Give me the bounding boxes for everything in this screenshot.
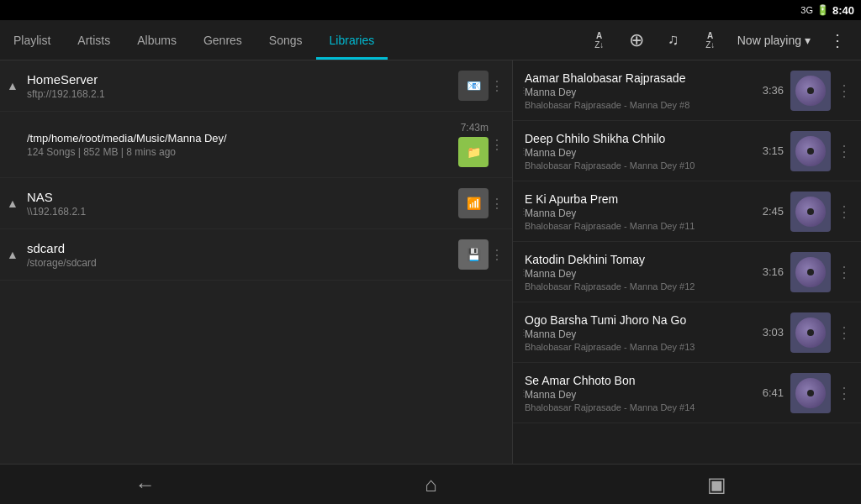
song-menu-4[interactable]: ⋮ xyxy=(834,323,854,342)
back-button[interactable]: ← xyxy=(135,473,155,496)
library-sftp-icon-homeserver[interactable]: 📧 xyxy=(458,71,489,101)
tab-albums[interactable]: Albums xyxy=(124,20,190,60)
library-menu-mannadey[interactable]: ⋮ xyxy=(489,137,505,153)
library-right-homeserver: 📧 xyxy=(458,71,489,101)
song-album-1: Bhalobasar Rajprasade - Manna Dey #10 xyxy=(525,160,763,171)
library-sub-homeserver: sftp://192.168.2.1 xyxy=(27,88,458,100)
music-note-icon[interactable]: ♫ xyxy=(657,24,690,57)
library-menu-homeserver[interactable]: ⋮ xyxy=(489,78,505,94)
song-menu-1[interactable]: ⋮ xyxy=(834,142,854,160)
song-menu-3[interactable]: ⋮ xyxy=(834,263,854,281)
song-item-4[interactable]: ⋮⋮ Ogo Barsha Tumi Jhoro Na Go Manna Dey… xyxy=(513,302,861,363)
library-item-sdcard[interactable]: ▲ sdcard /storage/sdcard 💾 ⋮ xyxy=(0,229,512,281)
song-item-3[interactable]: ⋮⋮ Katodin Dekhini Tomay Manna Dey Bhalo… xyxy=(513,242,861,302)
song-duration-5: 6:41 xyxy=(763,386,784,399)
song-album-5: Bhalobasar Rajprasade - Manna Dey #14 xyxy=(525,402,763,412)
song-info-1: Deep Chhilo Shikha Chhilo Manna Dey Bhal… xyxy=(525,132,763,171)
library-info-sdcard: sdcard /storage/sdcard xyxy=(27,241,458,269)
song-thumbnail-2 xyxy=(790,192,831,232)
library-sub-sdcard: /storage/sdcard xyxy=(27,257,458,269)
library-item-nas[interactable]: ▲ NAS \\192.168.2.1 📶 ⋮ xyxy=(0,178,512,229)
song-title-4: Ogo Barsha Tumi Jhoro Na Go xyxy=(525,313,763,327)
song-menu-5[interactable]: ⋮ xyxy=(834,384,854,402)
song-thumbnail-1 xyxy=(790,131,831,171)
song-duration-3: 3:16 xyxy=(763,265,784,278)
sort-az-button[interactable]: A Z↓ xyxy=(583,24,616,57)
song-album-2: Bhalobasar Rajprasade - Manna Dey #11 xyxy=(525,221,763,231)
battery-icon: 🔋 xyxy=(816,4,829,16)
song-artist-5: Manna Dey xyxy=(525,389,763,401)
main-content: ▲ HomeServer sftp://192.168.2.1 📧 ⋮ /tmp… xyxy=(0,60,861,464)
song-menu-0[interactable]: ⋮ xyxy=(834,81,854,100)
library-name-nas: NAS xyxy=(27,190,458,204)
recents-button[interactable]: ▣ xyxy=(707,473,726,496)
song-info-0: Aamar Bhalobasar Rajprasade Manna Dey Bh… xyxy=(525,71,763,110)
library-info-homeserver: HomeServer sftp://192.168.2.1 xyxy=(27,72,458,100)
song-title-2: E Ki Apurba Prem xyxy=(525,192,763,206)
library-info-mannadey: /tmp/home/root/media/Music/Manna Dey/ 12… xyxy=(27,132,458,158)
now-playing-chevron-icon: ▾ xyxy=(805,34,811,47)
song-item-0[interactable]: ⋮⋮ Aamar Bhalobasar Rajprasade Manna Dey… xyxy=(513,60,861,121)
now-playing-label: Now playing xyxy=(737,34,801,47)
tab-songs[interactable]: Songs xyxy=(256,20,316,60)
collapse-icon-nas: ▲ xyxy=(7,197,27,210)
tab-genres[interactable]: Genres xyxy=(190,20,256,60)
overflow-menu-button[interactable]: ⋮ xyxy=(821,24,854,57)
signal-indicator: 3G xyxy=(800,5,813,15)
bottom-nav: ← ⌂ ▣ xyxy=(0,464,861,504)
library-name-sdcard: sdcard xyxy=(27,241,458,255)
tab-playlist[interactable]: Playlist xyxy=(0,20,64,60)
drag-handle-3: ⋮⋮ xyxy=(520,267,523,276)
song-item-5[interactable]: ⋮⋮ Se Amar Chhoto Bon Manna Dey Bhalobas… xyxy=(513,363,861,423)
song-duration-4: 3:03 xyxy=(763,326,784,339)
library-right-nas: 📶 xyxy=(458,188,489,218)
drag-handle-1: ⋮⋮ xyxy=(520,146,523,155)
library-item-mannadey[interactable]: /tmp/home/root/media/Music/Manna Dey/ 12… xyxy=(0,112,512,178)
library-folder-icon-mannadey[interactable]: 📁 xyxy=(458,137,489,167)
library-sdcard-icon-sdcard[interactable]: 💾 xyxy=(458,239,489,270)
song-title-0: Aamar Bhalobasar Rajprasade xyxy=(525,71,763,85)
song-album-0: Bhalobasar Rajprasade - Manna Dey #8 xyxy=(525,100,763,110)
drag-handle-4: ⋮⋮ xyxy=(520,328,523,337)
library-menu-sdcard[interactable]: ⋮ xyxy=(489,247,505,263)
add-button[interactable]: ⊕ xyxy=(620,24,653,57)
song-thumbnail-5 xyxy=(790,373,831,413)
library-name-mannadey: /tmp/home/root/media/Music/Manna Dey/ xyxy=(27,132,458,144)
song-list-panel: ⋮⋮ Aamar Bhalobasar Rajprasade Manna Dey… xyxy=(513,60,861,464)
library-time-mannadey: 7:43m xyxy=(461,122,489,134)
library-wifi-icon-nas[interactable]: 📶 xyxy=(458,188,489,218)
song-menu-2[interactable]: ⋮ xyxy=(834,202,854,221)
collapse-icon-sdcard: ▲ xyxy=(7,248,27,261)
song-album-3: Bhalobasar Rajprasade - Manna Dey #12 xyxy=(525,281,763,291)
song-info-5: Se Amar Chhoto Bon Manna Dey Bhalobasar … xyxy=(525,374,763,412)
drag-handle-5: ⋮⋮ xyxy=(520,388,523,397)
song-artist-4: Manna Dey xyxy=(525,328,763,340)
library-menu-nas[interactable]: ⋮ xyxy=(489,196,505,212)
song-item-2[interactable]: ⋮⋮ E Ki Apurba Prem Manna Dey Bhalobasar… xyxy=(513,181,861,242)
song-thumbnail-4 xyxy=(790,312,831,353)
song-duration-1: 3:15 xyxy=(763,144,784,157)
libraries-panel: ▲ HomeServer sftp://192.168.2.1 📧 ⋮ /tmp… xyxy=(0,60,513,464)
now-playing-button[interactable]: Now playing ▾ xyxy=(731,34,817,47)
tab-bar: Playlist Artists Albums Genres Songs Lib… xyxy=(0,20,861,60)
tab-libraries[interactable]: Libraries xyxy=(316,20,388,60)
song-info-3: Katodin Dekhini Tomay Manna Dey Bhalobas… xyxy=(525,253,763,291)
song-title-3: Katodin Dekhini Tomay xyxy=(525,253,763,266)
library-item-homeserver[interactable]: ▲ HomeServer sftp://192.168.2.1 📧 ⋮ xyxy=(0,60,512,112)
tab-artists[interactable]: Artists xyxy=(64,20,124,60)
library-right-mannadey: 7:43m 📁 xyxy=(458,122,489,167)
song-item-1[interactable]: ⋮⋮ Deep Chhilo Shikha Chhilo Manna Dey B… xyxy=(513,121,861,181)
library-sub-nas: \\192.168.2.1 xyxy=(27,206,458,218)
library-right-sdcard: 💾 xyxy=(458,239,489,270)
library-info-nas: NAS \\192.168.2.1 xyxy=(27,190,458,218)
song-info-4: Ogo Barsha Tumi Jhoro Na Go Manna Dey Bh… xyxy=(525,313,763,352)
collapse-icon-homeserver: ▲ xyxy=(7,79,27,92)
song-artist-0: Manna Dey xyxy=(525,87,763,98)
song-artist-3: Manna Dey xyxy=(525,268,763,280)
sort-az2-button[interactable]: A Z↓ xyxy=(694,24,727,57)
song-artist-2: Manna Dey xyxy=(525,207,763,219)
status-time: 8:40 xyxy=(832,4,854,17)
drag-handle-0: ⋮⋮ xyxy=(520,86,523,95)
song-thumbnail-0 xyxy=(790,71,831,111)
home-button[interactable]: ⌂ xyxy=(425,473,437,496)
